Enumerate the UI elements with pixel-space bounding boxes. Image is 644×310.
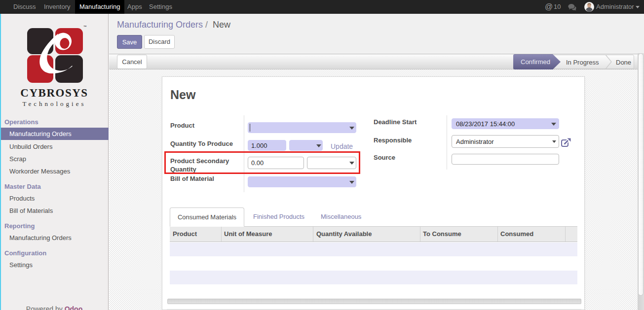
svg-text:™: ™ (83, 25, 87, 29)
